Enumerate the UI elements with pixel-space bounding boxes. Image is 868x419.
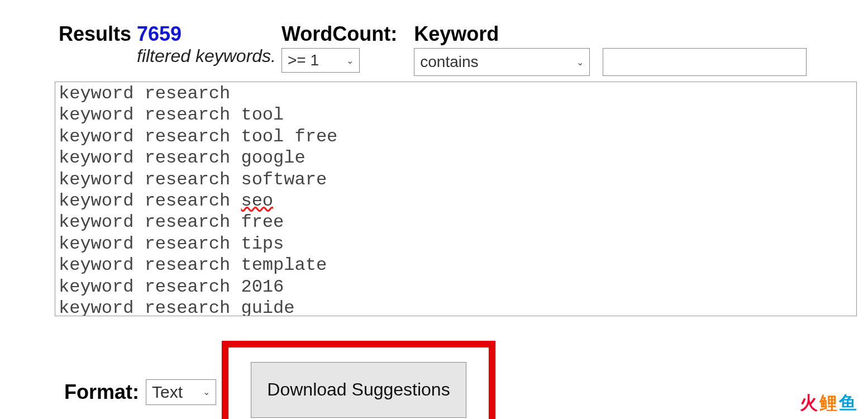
spellcheck-word: seo: [241, 191, 273, 211]
format-select[interactable]: Text ⌄: [146, 379, 216, 405]
watermark-char-2: 鲤: [819, 391, 837, 416]
result-line: keyword research 2016: [59, 277, 853, 298]
watermark: 火 鲤 鱼: [800, 391, 857, 416]
keyword-filter-input[interactable]: [603, 48, 807, 76]
result-line: keyword research template: [59, 255, 853, 276]
keyword-mode-value: contains: [420, 53, 478, 71]
result-line: keyword research tool: [59, 104, 853, 126]
highlight-frame: Download Suggestions: [222, 341, 495, 419]
result-line: keyword research tool free: [59, 126, 853, 147]
wordcount-label: WordCount:: [282, 22, 397, 46]
format-select-value: Text: [152, 383, 183, 402]
keyword-mode-select[interactable]: contains ⌄: [414, 48, 590, 76]
results-label: Results: [59, 22, 131, 46]
wordcount-select[interactable]: >= 1 ⌄: [282, 48, 360, 73]
download-suggestions-button[interactable]: Download Suggestions: [251, 362, 466, 418]
results-count: 7659: [137, 22, 182, 46]
result-line: keyword research seo: [59, 191, 853, 212]
result-line: keyword research software: [59, 169, 853, 191]
keyword-label: Keyword: [414, 22, 807, 46]
format-label: Format:: [64, 380, 139, 404]
result-line: keyword research google: [59, 147, 853, 169]
chevron-down-icon: ⌄: [203, 387, 210, 397]
chevron-down-icon: ⌄: [576, 57, 584, 68]
result-line: keyword research tips: [59, 234, 853, 255]
wordcount-select-value: >= 1: [288, 51, 319, 69]
watermark-char-3: 鱼: [839, 391, 857, 416]
results-textarea[interactable]: keyword researchkeyword research toolkey…: [55, 82, 857, 316]
filtered-keywords-label: filtered keywords.: [59, 46, 276, 66]
chevron-down-icon: ⌄: [346, 55, 354, 66]
result-line: keyword research guide: [59, 298, 853, 316]
result-line: keyword research free: [59, 212, 853, 233]
watermark-char-1: 火: [800, 391, 818, 416]
result-line: keyword research: [59, 83, 853, 104]
